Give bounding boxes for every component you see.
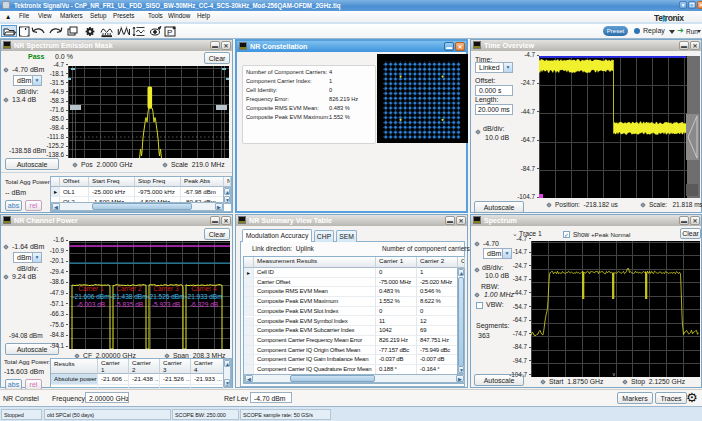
svg-text:-5.923 dB: -5.923 dB: [152, 301, 180, 308]
svg-text:Carrier 1: Carrier 1: [78, 285, 104, 292]
svg-text:Carrier 2: Carrier 2: [116, 285, 142, 292]
svg-text:Carrier 4: Carrier 4: [191, 285, 217, 292]
svg-text:-6.329 dB: -6.329 dB: [190, 301, 218, 308]
svg-text:P: P: [167, 28, 172, 37]
svg-text:-5.835 dB: -5.835 dB: [115, 301, 143, 308]
svg-text:-21.606 dBm: -21.606 dBm: [72, 293, 109, 300]
svg-text:Carrier 3: Carrier 3: [153, 285, 179, 292]
svg-text:-21.933 dBm: -21.933 dBm: [185, 293, 222, 300]
svg-text:∨: ∨: [612, 371, 616, 377]
svg-text:-21.526 dBm: -21.526 dBm: [147, 293, 184, 300]
svg-text:-21.438 dBm: -21.438 dBm: [110, 293, 147, 300]
svg-text:-6.003 dB: -6.003 dB: [77, 301, 105, 308]
